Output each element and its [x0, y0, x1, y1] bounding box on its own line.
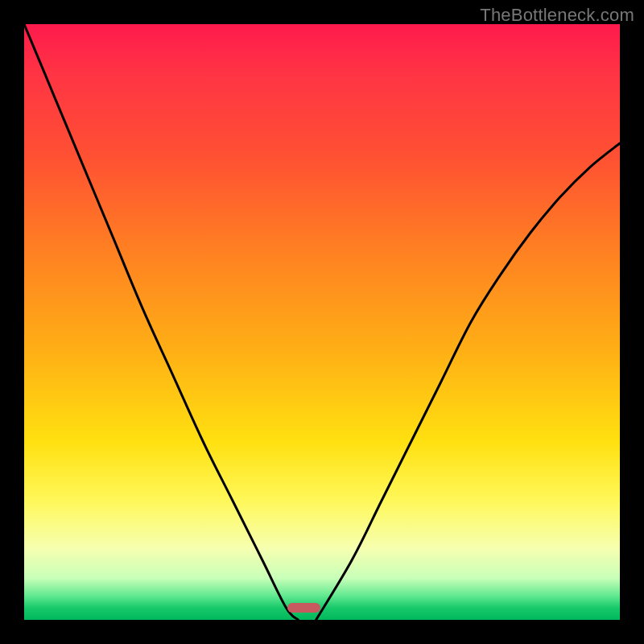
bottleneck-marker [287, 603, 320, 613]
right-curve-path [316, 143, 620, 620]
watermark-text: TheBottleneck.com [480, 5, 634, 26]
curve-layer [24, 24, 620, 620]
plot-area [24, 24, 620, 620]
left-curve-path [24, 24, 298, 620]
